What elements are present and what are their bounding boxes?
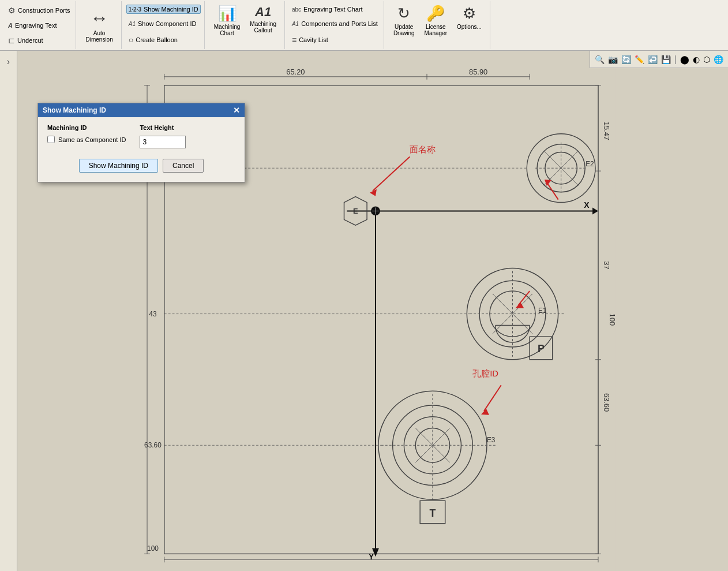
separator1: | <box>674 54 677 65</box>
show-machining-id-confirm-btn[interactable]: Show Machining ID <box>79 159 158 173</box>
toolbar-group-machining: 📊 MachiningChart A1 MachiningCallout <box>206 1 285 49</box>
show-component-icon: A1 <box>129 21 136 27</box>
toolbar-group-dimension: ↔ AutoDimension <box>77 1 121 49</box>
canvas-area[interactable]: 🔍 📷 🔄 ✏️ ↩️ 💾 | ⬤ ◐ ⬡ 🌐 15 <box>17 51 728 571</box>
update-drawing-icon: ↻ <box>397 5 410 23</box>
p-label: P <box>538 343 545 354</box>
components-ports-list-btn[interactable]: A1 Components and Ports List <box>290 19 380 28</box>
machining-callout-icon: A1 <box>255 5 271 20</box>
same-as-component-label: Same as Component ID <box>58 136 126 143</box>
face-name-label: 面名称 <box>410 145 436 154</box>
update-drawing-btn[interactable]: ↻ UpdateDrawing <box>389 2 419 39</box>
save-icon[interactable]: 💾 <box>661 55 671 64</box>
modal-buttons: Show Machining ID Cancel <box>47 154 235 175</box>
left-panel: › <box>0 51 17 571</box>
show-machining-id-btn[interactable]: 1·2·3 Show Machining ID <box>126 5 201 14</box>
hex-icon[interactable]: ⬡ <box>703 55 710 64</box>
dim-15-47-right1: 15.47 <box>602 122 611 140</box>
modal-close-btn[interactable]: ✕ <box>233 106 240 115</box>
engraving-text-btn[interactable]: A Engraving Text <box>6 21 59 30</box>
t-label: T <box>429 507 436 519</box>
dim-85-90-top: 85.90 <box>469 68 487 76</box>
undercut-btn[interactable]: ⊏ Undercut <box>6 35 46 46</box>
globe-icon[interactable]: 🌐 <box>714 55 723 64</box>
show-component-id-btn[interactable]: A1 Show Component ID <box>126 19 199 28</box>
text-height-input[interactable]: 3 <box>140 136 186 148</box>
cavity-list-icon: ≡ <box>292 35 297 44</box>
auto-dimension-btn[interactable]: ↔ AutoDimension <box>81 5 117 45</box>
toolbar-group-left: ⚙ Construction Ports A Engraving Text ⊏ … <box>2 1 76 49</box>
e3-label: E3 <box>487 436 496 444</box>
toolbar-group-actions: ↻ UpdateDrawing 🔑 LicenseManager ⚙ Optio… <box>385 1 490 49</box>
machining-chart-icon: 📊 <box>218 5 237 23</box>
dim-100-left: 100 <box>147 544 159 553</box>
engraving-text-chart-btn[interactable]: abc Engraving Text Chart <box>290 5 365 14</box>
options-icon: ⚙ <box>463 5 476 23</box>
rotate-icon[interactable]: 🔄 <box>621 55 631 64</box>
engraving-text-chart-icon: abc <box>292 6 301 13</box>
secondary-toolbar: 🔍 📷 🔄 ✏️ ↩️ 💾 | ⬤ ◐ ⬡ 🌐 <box>590 51 728 68</box>
components-ports-icon: A1 <box>292 21 299 27</box>
machining-callout-btn[interactable]: A1 MachiningCallout <box>245 2 281 36</box>
left-panel-arrow[interactable]: › <box>7 57 10 67</box>
show-machining-id-dialog: Show Machining ID ✕ Machining ID Same as… <box>37 103 245 182</box>
undo-icon[interactable]: ↩️ <box>648 55 658 64</box>
same-as-component-checkbox[interactable] <box>47 136 55 143</box>
y-axis-label: Y <box>369 552 374 561</box>
modal-fields-row: Machining ID Same as Component ID Text H… <box>47 124 235 148</box>
create-balloon-btn[interactable]: ○ Create Balloon <box>126 34 180 46</box>
toolbar-group-show-machining: 1·2·3 Show Machining ID A1 Show Componen… <box>123 1 205 49</box>
e-label: E <box>353 207 358 215</box>
modal-machining-col: Machining ID Same as Component ID <box>47 124 126 148</box>
text-height-label: Text Height <box>140 124 186 131</box>
modal-title: Show Machining ID <box>43 106 106 114</box>
toolbar-group-charts: abc Engraving Text Chart A1 Components a… <box>286 1 384 49</box>
camera-icon[interactable]: 📷 <box>608 55 618 64</box>
auto-dimension-icon: ↔ <box>90 8 108 29</box>
modal-cancel-btn[interactable]: Cancel <box>163 159 204 173</box>
dim-65-20-top: 65.20 <box>286 68 305 76</box>
dim-37-right: 37 <box>602 261 611 269</box>
e1-label: E1 <box>538 307 547 315</box>
undercut-icon: ⊏ <box>8 36 15 45</box>
modal-title-bar: Show Machining ID ✕ <box>38 103 245 117</box>
cavity-id-label: 孔腔ID <box>472 369 498 378</box>
construction-ports-btn[interactable]: ⚙ Construction Ports <box>6 5 72 16</box>
edit-icon[interactable]: ✏️ <box>635 55 644 64</box>
zoom-icon[interactable]: 🔍 <box>595 55 605 64</box>
machining-chart-btn[interactable]: 📊 MachiningChart <box>209 2 245 39</box>
same-as-component-row: Same as Component ID <box>47 136 126 143</box>
modal-body: Machining ID Same as Component ID Text H… <box>38 117 245 182</box>
e2-label: E2 <box>586 160 594 168</box>
options-btn[interactable]: ⚙ Options... <box>452 2 486 32</box>
license-manager-btn[interactable]: 🔑 LicenseManager <box>420 2 452 39</box>
license-manager-icon: 🔑 <box>426 5 445 23</box>
machining-id-label: Machining ID <box>47 124 126 131</box>
cavity-list-btn[interactable]: ≡ Cavity List <box>290 34 331 46</box>
engraving-text-icon: A <box>8 22 13 29</box>
main-area: › 🔍 📷 🔄 ✏️ ↩️ 💾 | ⬤ ◐ ⬡ 🌐 <box>0 51 728 571</box>
x-axis-label: X <box>584 200 590 210</box>
construction-ports-icon: ⚙ <box>8 6 16 15</box>
show-machining-id-icon: 1·2·3 <box>129 6 141 13</box>
dim-63-right: 63.60 <box>602 393 611 412</box>
dim-63-60-left: 63.60 <box>144 441 162 449</box>
half-icon[interactable]: ◐ <box>693 55 700 64</box>
dim-100-right: 100 <box>608 314 617 326</box>
modal-text-height-col: Text Height 3 <box>140 124 186 148</box>
create-balloon-icon: ○ <box>129 35 133 44</box>
dim-43-left: 43 <box>149 310 157 318</box>
main-toolbar: ⚙ Construction Ports A Engraving Text ⊏ … <box>0 0 728 51</box>
dot-icon[interactable]: ⬤ <box>680 55 689 64</box>
